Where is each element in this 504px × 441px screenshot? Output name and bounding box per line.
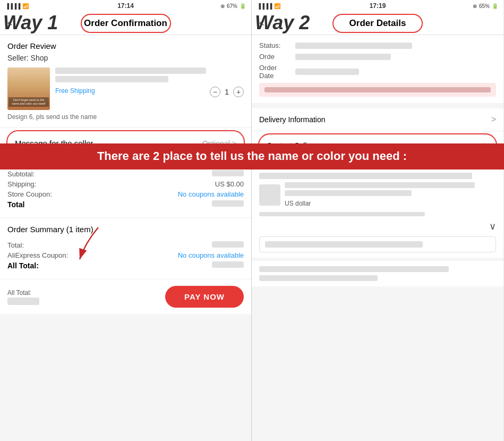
delivery-info-row[interactable]: Delivery Information > — [252, 108, 503, 131]
left-status-bar: ▐▐▐▐ 📶 17:14 ⊕ 67% 🔋 — [0, 0, 251, 12]
bottom-blur-2 — [259, 275, 378, 281]
product-image: Don't forget send us the name and color … — [7, 67, 50, 110]
seller-name: Shop — [31, 54, 48, 62]
right-nav-title: Order Details — [349, 18, 406, 29]
payment-dropdown-row: ∨ — [259, 220, 496, 232]
payment-desc-blur — [285, 190, 412, 196]
status-value-blur — [295, 43, 412, 49]
total-row: Total — [7, 200, 244, 209]
payment-input-field[interactable] — [259, 236, 496, 252]
summary-title: Order Summary (1 item) — [7, 225, 244, 234]
shipping-label: Shipping: — [7, 180, 36, 188]
subtotal-row: Subtotal: — [7, 170, 244, 178]
dropdown-icon[interactable]: ∨ — [489, 220, 496, 232]
right-time: 17:19 — [370, 2, 386, 10]
us-dollar-label: US dollar — [285, 200, 311, 207]
left-content: Order Review Seller: Shop Don't forget s… — [0, 35, 251, 441]
delivery-chevron: > — [491, 115, 496, 124]
summary-total-row: Total: — [7, 241, 244, 249]
footer-price-blur — [7, 298, 39, 305]
payment-blur-row1 — [259, 173, 472, 179]
order-review-title: Order Review — [7, 41, 244, 50]
order-label: Orde — [259, 53, 291, 61]
delivery-label: Delivery Information — [259, 115, 326, 124]
summary-total-blur — [212, 241, 244, 248]
quantity-control: − 1 + — [210, 87, 244, 97]
all-total-blur — [212, 261, 244, 268]
all-total-label: All Total: — [7, 261, 39, 270]
store-coupon-row: Store Coupon: No coupons available — [7, 190, 244, 198]
order-date-blur — [295, 69, 359, 75]
shipping-row: Shipping: US $0.00 — [7, 180, 244, 188]
signal-icon: ▐▐▐▐ — [5, 3, 20, 9]
right-status-bar: ▐▐▐▐ 📶 17:19 ⊕ 65% 🔋 — [252, 0, 503, 12]
store-coupon-label: Store Coupon: — [7, 190, 52, 198]
cost-section: Subtotal: Shipping: US $0.00 Store Coupo… — [0, 164, 251, 217]
design-note: Design 6, pls send us the name — [7, 113, 244, 121]
product-name-blur-1 — [55, 67, 206, 74]
footer-total: All Total: — [7, 289, 39, 305]
right-wifi-icon: 📶 — [274, 3, 280, 9]
status-label: Status: — [259, 41, 291, 49]
seller-label: Seller: — [7, 54, 29, 62]
shipping-value: US $0.00 — [215, 180, 244, 188]
pay-section: All Total: PAY NOW — [0, 279, 251, 314]
payment-info: US dollar — [285, 182, 496, 208]
order-review-section: Order Review Seller: Shop Don't forget s… — [0, 35, 251, 127]
status-section: Status: Orde Order Date — [252, 35, 503, 103]
bottom-section — [252, 261, 503, 286]
left-time: 17:14 — [117, 2, 134, 10]
right-location-icon: ⊕ — [473, 3, 477, 9]
right-phone-panel: Way 2 ▐▐▐▐ 📶 17:19 ⊕ 65% 🔋 < Order Detai… — [252, 0, 503, 441]
right-signal-icon: ▐▐▐▐ — [257, 3, 272, 9]
payment-blur-row2 — [259, 212, 425, 216]
order-date-label: Order Date — [259, 64, 291, 80]
left-carrier: ▐▐▐▐ 📶 — [5, 3, 29, 9]
payment-section: US dollar ∨ — [252, 167, 503, 258]
separator-1 — [252, 104, 503, 108]
right-battery-icon: 🔋 — [492, 3, 498, 9]
aliexpress-label: AliExpress Coupon: — [7, 251, 68, 259]
right-carrier: ▐▐▐▐ 📶 — [257, 3, 280, 9]
free-shipping-label: Free Shipping — [55, 87, 95, 95]
battery-level: 67% — [227, 3, 237, 9]
location-icon: ⊕ — [220, 3, 225, 9]
payment-thumbnail — [259, 184, 280, 206]
payment-product-row: US dollar — [259, 182, 496, 208]
order-value-blur — [295, 54, 391, 60]
qty-plus-button[interactable]: + — [233, 87, 244, 97]
store-coupon-value: No coupons available — [178, 190, 244, 198]
pay-now-button[interactable]: PAY NOW — [165, 286, 244, 308]
product-name-blur-2 — [55, 76, 168, 82]
way1-label: Way 1 — [3, 12, 58, 34]
total-label: Total — [7, 200, 24, 209]
subtotal-label: Subtotal: — [7, 170, 35, 178]
footer-total-label: All Total: — [7, 289, 39, 296]
left-battery: ⊕ 67% 🔋 — [220, 3, 246, 9]
reminder-blur — [264, 87, 491, 92]
subtotal-value-blur — [212, 170, 244, 176]
order-summary-section: Order Summary (1 item) Total: AliExpress… — [0, 218, 251, 278]
summary-total-label: Total: — [7, 241, 24, 249]
left-phone-panel: Way 1 ▐▐▐▐ 📶 17:14 ⊕ 67% 🔋 < Order Confi… — [0, 0, 252, 441]
product-img-text: Don't forget send us the name and color … — [8, 97, 49, 107]
right-content: Status: Orde Order Date Deli — [252, 35, 503, 441]
qty-minus-button[interactable]: − — [210, 87, 220, 97]
product-row: Don't forget send us the name and color … — [7, 67, 244, 110]
status-row: Status: — [259, 41, 496, 49]
qty-number: 1 — [225, 88, 229, 96]
battery-icon: 🔋 — [240, 3, 246, 9]
payment-name-blur — [285, 182, 475, 188]
way2-label: Way 2 — [255, 12, 310, 34]
aliexpress-row: AliExpress Coupon: No coupons available — [7, 251, 244, 259]
order-date-row: Order Date — [259, 64, 496, 80]
all-total-row: All Total: — [7, 261, 244, 270]
main-container: Way 1 ▐▐▐▐ 📶 17:14 ⊕ 67% 🔋 < Order Confi… — [0, 0, 504, 441]
total-value-blur — [212, 200, 244, 207]
payment-input-blur — [265, 241, 423, 248]
reminder-row — [259, 83, 496, 97]
seller-row: Seller: Shop — [7, 54, 244, 62]
aliexpress-value: No coupons available — [178, 251, 244, 259]
order-number-row: Orde — [259, 53, 496, 61]
right-battery-level: 65% — [479, 3, 490, 9]
